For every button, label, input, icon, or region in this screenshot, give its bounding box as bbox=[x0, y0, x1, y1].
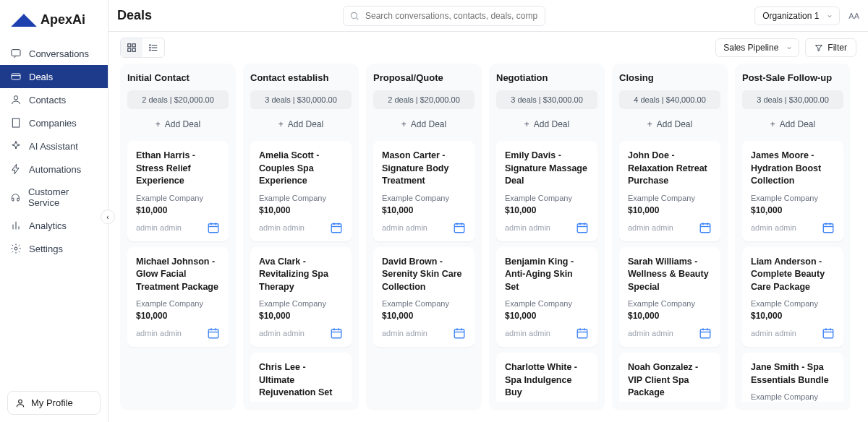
svg-rect-53 bbox=[577, 223, 587, 232]
card-amount: $10,000 bbox=[505, 311, 589, 321]
cards-list: Ethan Harris - Stress Relief ExperienceE… bbox=[127, 141, 229, 402]
card-company: Example Company bbox=[382, 194, 466, 202]
gear-icon bbox=[10, 243, 22, 254]
column-summary: 2 deals | $20,000.00 bbox=[373, 90, 475, 109]
calendar-icon[interactable] bbox=[699, 327, 712, 340]
deal-card[interactable]: Emily Davis - Signature Massage DealExam… bbox=[496, 141, 597, 241]
nav-item-conversations[interactable]: Conversations bbox=[0, 42, 108, 65]
avatar[interactable]: AA bbox=[848, 12, 859, 20]
add-deal-button[interactable]: +Add Deal bbox=[619, 113, 720, 135]
plus-icon: + bbox=[647, 119, 652, 129]
column-closing: Closing4 deals | $40,000.00+Add DealJohn… bbox=[612, 64, 728, 410]
svg-rect-57 bbox=[577, 330, 587, 338]
svg-point-23 bbox=[150, 47, 150, 48]
add-deal-button[interactable]: +Add Deal bbox=[250, 113, 352, 135]
collapse-sidebar-button[interactable]: ‹ bbox=[101, 210, 115, 224]
card-amount: $10,000 bbox=[628, 311, 712, 321]
card-owner: admin admin bbox=[259, 329, 305, 337]
nav-label: Companies bbox=[29, 118, 77, 129]
card-company: Example Company bbox=[136, 194, 220, 202]
deal-card[interactable]: Amelia Scott - Couples Spa ExperienceExa… bbox=[250, 141, 352, 241]
calendar-icon[interactable] bbox=[207, 327, 220, 340]
deal-card[interactable]: David Brown - Serenity Skin Care Collect… bbox=[373, 247, 475, 348]
calendar-icon[interactable] bbox=[207, 221, 220, 234]
calendar-icon[interactable] bbox=[330, 327, 343, 340]
nav-label: AI Assistant bbox=[29, 141, 78, 152]
brand-text: ApexAi bbox=[41, 12, 85, 27]
calendar-icon[interactable] bbox=[576, 221, 589, 234]
column-summary: 4 deals | $40,000.00 bbox=[619, 90, 720, 109]
card-title: Ethan Harris - Stress Relief Experience bbox=[136, 150, 220, 188]
bolt-icon bbox=[10, 163, 22, 175]
deal-card[interactable]: Michael Johnson - Glow Facial Treatment … bbox=[127, 247, 229, 348]
nav-item-contacts[interactable]: Contacts bbox=[0, 88, 108, 111]
add-deal-button[interactable]: +Add Deal bbox=[127, 113, 229, 135]
nav-item-companies[interactable]: Companies bbox=[0, 111, 108, 134]
column-title: Negotiation bbox=[496, 72, 597, 83]
list-view-button[interactable] bbox=[142, 38, 164, 57]
svg-point-22 bbox=[150, 45, 150, 46]
calendar-icon[interactable] bbox=[699, 221, 712, 234]
calendar-icon[interactable] bbox=[576, 327, 589, 340]
nav-label: Deals bbox=[29, 72, 53, 82]
svg-point-24 bbox=[150, 50, 150, 51]
svg-rect-69 bbox=[700, 330, 710, 338]
svg-point-14 bbox=[351, 12, 357, 18]
nav-label: Analytics bbox=[29, 220, 67, 231]
card-company: Example Company bbox=[751, 194, 835, 202]
add-deal-button[interactable]: +Add Deal bbox=[496, 113, 597, 135]
nav-item-ai-assistant[interactable]: AI Assistant bbox=[0, 134, 108, 158]
deal-card[interactable]: Jane Smith - Spa Essentials BundleExampl… bbox=[742, 353, 843, 402]
svg-rect-18 bbox=[132, 48, 135, 51]
card-owner: admin admin bbox=[136, 329, 182, 337]
add-deal-label: Add Deal bbox=[411, 119, 446, 129]
deal-card[interactable]: Sarah Williams - Wellness & Beauty Speci… bbox=[619, 247, 720, 348]
deal-card[interactable]: Ava Clark - Revitalizing Spa TherapyExam… bbox=[250, 247, 352, 348]
logo[interactable]: ◢◣ ApexAi bbox=[0, 0, 108, 39]
deal-card[interactable]: Liam Anderson - Complete Beauty Care Pac… bbox=[742, 247, 843, 348]
calendar-icon[interactable] bbox=[822, 327, 835, 340]
filter-button[interactable]: Filter bbox=[805, 38, 856, 57]
nav-item-settings[interactable]: Settings bbox=[0, 237, 108, 260]
calendar-icon[interactable] bbox=[453, 327, 466, 340]
add-deal-button[interactable]: +Add Deal bbox=[373, 113, 475, 135]
nav-item-deals[interactable]: Deals bbox=[0, 65, 108, 88]
svg-rect-17 bbox=[128, 48, 131, 51]
deal-card[interactable]: James Moore - Hydration Boost Collection… bbox=[742, 141, 843, 241]
card-title: Amelia Scott - Couples Spa Experience bbox=[259, 150, 343, 188]
add-deal-button[interactable]: +Add Deal bbox=[742, 113, 843, 135]
svg-rect-81 bbox=[823, 223, 833, 232]
nav-item-analytics[interactable]: Analytics bbox=[0, 214, 108, 237]
deal-card[interactable]: Noah Gonzalez - VIP Client Spa PackageEx… bbox=[619, 353, 720, 402]
deal-card[interactable]: Mason Carter - Signature Body TreatmentE… bbox=[373, 141, 475, 241]
nav-item-automations[interactable]: Automations bbox=[0, 158, 108, 181]
svg-rect-29 bbox=[208, 330, 218, 338]
calendar-icon[interactable] bbox=[330, 221, 343, 234]
column-proposal-quote: Proposal/Quote2 deals | $20,000.00+Add D… bbox=[366, 64, 482, 410]
search-input[interactable] bbox=[343, 6, 545, 26]
deal-card[interactable]: Ethan Harris - Stress Relief ExperienceE… bbox=[127, 141, 229, 241]
card-owner: admin admin bbox=[259, 223, 305, 232]
main: Deals Organization 1 AA Sales Pipeline bbox=[109, 0, 868, 422]
card-title: Ava Clark - Revitalizing Spa Therapy bbox=[259, 256, 343, 294]
column-summary: 2 deals | $20,000.00 bbox=[127, 90, 229, 109]
org-select[interactable]: Organization 1 bbox=[754, 7, 840, 25]
deal-card[interactable]: Chris Lee - Ultimate Rejuvenation SetExa… bbox=[250, 353, 352, 402]
nav-item-customer-service[interactable]: Customer Service bbox=[0, 181, 108, 214]
svg-rect-49 bbox=[454, 330, 464, 338]
grid-icon bbox=[127, 43, 137, 53]
cards-list: Emily Davis - Signature Massage DealExam… bbox=[496, 141, 597, 402]
svg-rect-4 bbox=[12, 119, 19, 127]
deal-card[interactable]: Charlotte White - Spa Indulgence BuyExam… bbox=[496, 353, 597, 402]
chat-icon bbox=[10, 48, 22, 59]
kanban-view-button[interactable] bbox=[121, 38, 142, 57]
deal-card[interactable]: Benjamin King - Anti-Aging Skin SetExamp… bbox=[496, 247, 597, 348]
card-amount: $10,000 bbox=[505, 205, 589, 215]
calendar-icon[interactable] bbox=[453, 221, 466, 234]
card-icon bbox=[10, 71, 22, 82]
profile-button[interactable]: My Profile bbox=[7, 391, 101, 415]
card-company: Example Company bbox=[382, 299, 466, 308]
deal-card[interactable]: John Doe - Relaxation Retreat PurchaseEx… bbox=[619, 141, 720, 241]
pipeline-select[interactable]: Sales Pipeline bbox=[715, 38, 799, 57]
calendar-icon[interactable] bbox=[822, 221, 835, 234]
